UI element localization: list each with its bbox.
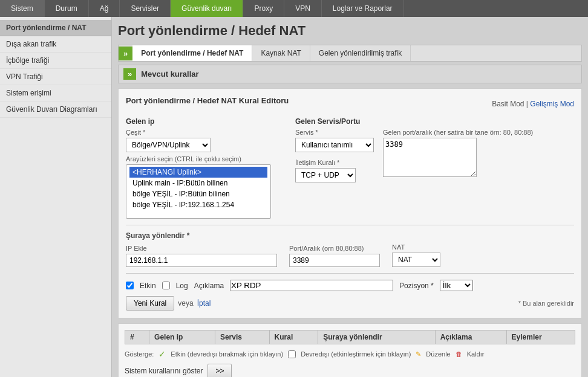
yeni-kural-button[interactable]: Yeni Kural (126, 296, 174, 311)
legend-label: Gösterge: (125, 350, 154, 358)
etkin-label: Etkin (140, 282, 156, 290)
form-group-nat: NAT NAT (392, 243, 440, 267)
system-rules-label: Sistem kurallarını göster (125, 367, 203, 375)
edit-icon: ✎ (416, 350, 421, 358)
cesit-label: Çeşit * (126, 129, 271, 136)
sidebar-item-disa-akan[interactable]: Dışa akan trafik (0, 36, 111, 53)
gelen-ip-label: Gelen ip (126, 117, 271, 126)
nat-select[interactable]: NAT (392, 253, 440, 267)
form-panel: Port yönlendirme / Hedef NAT Kural Edito… (118, 88, 582, 318)
nat-label: NAT (392, 243, 440, 251)
nav-servisler[interactable]: Servisler (120, 0, 171, 17)
tab-port-yonlendirme[interactable]: Port yönlendirme / Hedef NAT (132, 45, 252, 61)
ip-ekle-label: IP Ekle (126, 245, 277, 252)
port-aralik2-label: Port/Aralık (orn 80,80:88) (289, 245, 380, 252)
iletisim-select[interactable]: TCP + UDP (295, 168, 356, 182)
listbox-option-yesil1: bölge YEŞİL - IP:Bütün bilinen (129, 188, 267, 199)
mode-links: Basit Mod | Gelişmiş Mod (492, 100, 574, 108)
col-servis: Servis (215, 330, 269, 344)
form-group-ip-ekle: IP Ekle (126, 245, 277, 267)
page-title: Port yönlendirme / Hedef NAT (118, 23, 582, 39)
servis-select[interactable]: Kullanıcı tanımlı (295, 138, 374, 152)
form-group-port-aralik2: Port/Aralık (orn 80,80:88) (289, 245, 380, 267)
ip-ekle-input[interactable] (126, 254, 277, 267)
port-aralik-label: Gelen port/aralık (her satira bir tane ö… (383, 129, 533, 136)
nav-durum[interactable]: Durum (45, 0, 89, 17)
sidebar-title: Port yönlendirme / NAT (0, 20, 111, 36)
sidebar-item-icbolge[interactable]: İçbölge trafiği (0, 53, 111, 69)
nav-ag[interactable]: Ağ (89, 0, 120, 17)
servis-label: Servis * (295, 129, 374, 136)
sidebar: Port yönlendirme / NAT Dışa akan trafik … (0, 17, 112, 377)
aciklama-input[interactable] (230, 280, 393, 291)
form-group-arayuz: Arayüzleri seçin (CTRL ile çoklu seçim) … (126, 155, 271, 219)
nav-sistem[interactable]: Sistem (0, 0, 45, 17)
port-aralik-textarea[interactable] (383, 138, 477, 177)
port-aralik2-input[interactable] (289, 254, 380, 267)
form-row-1: Gelen ip Çeşit * Bölge/VPN/Uplink Arayüz… (126, 117, 574, 219)
duzenle-legend-text: Düzenle (426, 350, 450, 358)
col-suraya: Şuraya yönlendir (318, 330, 435, 344)
rules-table: # Gelen ip Servis Kural Şuraya yönlendir… (125, 330, 575, 344)
tabs-bar: » Port yönlendirme / Hedef NAT Kaynak NA… (118, 45, 582, 62)
log-label: Log (176, 282, 188, 290)
col-kural: Kural (269, 330, 318, 344)
divider-2 (126, 273, 574, 274)
nav-proxy[interactable]: Proxy (243, 0, 284, 17)
sidebar-item-sistem-erisimi[interactable]: Sistem erişimi (0, 85, 111, 102)
table-header-row: # Gelen ip Servis Kural Şuraya yönlendir… (125, 330, 575, 344)
pozisyon-select[interactable]: İlk (440, 280, 473, 291)
etkin-icon: ✓ (158, 349, 166, 359)
gelen-servis-label: Gelen Servis/Portu (295, 117, 533, 126)
section-bar: » Mevcut kurallar (118, 65, 582, 83)
pozisyon-label: Pozisyon * (399, 282, 434, 290)
required-note: * Bu alan gereklidir (518, 300, 574, 307)
divider-1 (126, 225, 574, 225)
devre-disi-legend-text: Devredışı (etkinleştirmek için tıklayın) (301, 350, 411, 358)
top-nav: Sistem Durum Ağ Servisler Güvenlik duvar… (0, 0, 588, 17)
legend-row: Gösterge: ✓ Etkin (devredışı bırakmak iç… (125, 349, 575, 359)
tabs-arrow[interactable]: » (119, 47, 132, 60)
gelen-servis-section: Gelen Servis/Portu Servis * Kullanıcı ta… (295, 117, 533, 219)
log-checkbox[interactable] (162, 282, 170, 289)
arayuz-label: Arayüzleri seçin (CTRL ile çoklu seçim) (126, 155, 271, 163)
suraya-yonlendir-section: Şuraya yönlendir * IP Ekle Port/Aralık (… (126, 231, 574, 267)
suraya-yonlendir-label: Şuraya yönlendir * (126, 231, 574, 240)
form-group-servis: Servis * Kullanıcı tanımlı İletişim Kura… (295, 129, 374, 182)
nav-guvenlik[interactable]: Güvenlik duvarı (171, 0, 243, 17)
inline-controls-row: Etkin Log Açıklama Pozisyon * İlk (126, 280, 574, 291)
system-rules-button[interactable]: >> (207, 364, 232, 377)
form-group-cesit: Çeşit * Bölge/VPN/Uplink (126, 129, 271, 152)
suraya-row: IP Ekle Port/Aralık (orn 80,80:88) NAT N… (126, 243, 574, 267)
section-arrow[interactable]: » (123, 68, 136, 80)
sidebar-item-vpn-trafigi[interactable]: VPN Trafiği (0, 69, 111, 85)
veya-text: veya (178, 299, 193, 308)
iletisim-label: İletişim Kuralı * (295, 159, 374, 166)
sidebar-item-diagram[interactable]: Güvenlik Duvarı Diagramları (0, 102, 111, 118)
col-eylemler: Eylemler (506, 330, 575, 344)
form-panel-header: Port yönlendirme / Hedef NAT Kural Edito… (126, 96, 574, 111)
col-gelen-ip: Gelen ip (149, 330, 215, 344)
tab-kaynak-nat[interactable]: Kaynak NAT (252, 45, 310, 61)
nav-loglar[interactable]: Loglar ve Raporlar (322, 0, 404, 17)
layout: Port yönlendirme / NAT Dışa akan trafik … (0, 17, 588, 377)
tab-gelen-yonlendirilmis[interactable]: Gelen yönlendirilmiş trafik (310, 45, 411, 61)
form-panel-title: Port yönlendirme / Hedef NAT Kural Edito… (126, 96, 289, 105)
arayuz-listbox[interactable]: <HERHANGİ Uplink> Uplink main - IP:Bütün… (126, 164, 271, 219)
etkin-legend-text: Etkin (devredışı bırakmak için tıklayın) (171, 350, 283, 358)
listbox-option-herhangi: <HERHANGİ Uplink> (129, 167, 267, 178)
etkin-checkbox[interactable] (126, 282, 134, 289)
cesit-select[interactable]: Bölge/VPN/Uplink (126, 138, 211, 152)
nav-vpn[interactable]: VPN (284, 0, 322, 17)
kaldir-legend-text: Kaldır (467, 350, 485, 358)
aciklama-label: Açıklama (194, 282, 224, 290)
iptal-link[interactable]: İptal (197, 299, 211, 308)
devre-disi-checkbox[interactable] (288, 350, 296, 358)
col-num: # (125, 330, 149, 344)
gelismis-mod-link[interactable]: Gelişmiş Mod (530, 100, 574, 108)
buttons-row: Yeni Kural veya İptal * Bu alan gereklid… (126, 296, 574, 311)
gelen-ip-section: Gelen ip Çeşit * Bölge/VPN/Uplink Arayüz… (126, 117, 271, 219)
col-aciklama: Açıklama (435, 330, 506, 344)
section-label: Mevcut kurallar (141, 69, 198, 79)
buttons-left: Yeni Kural veya İptal (126, 296, 211, 311)
